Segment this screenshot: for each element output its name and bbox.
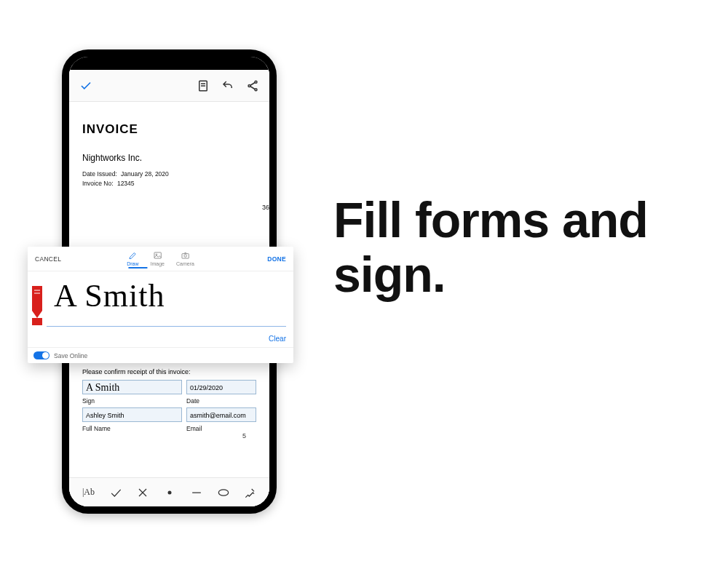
- signature-tabs: Draw Image Camera: [127, 250, 194, 268]
- dot-tool-icon[interactable]: [161, 484, 178, 501]
- email-label: Email: [186, 425, 202, 432]
- page-count-number: 5: [242, 432, 246, 439]
- invoice-no-label: Invoice No:: [82, 180, 114, 187]
- date-issued-line: Date Issued: January 28, 2020: [82, 170, 256, 178]
- svg-point-16: [184, 254, 187, 257]
- svg-line-7: [250, 86, 255, 89]
- save-online-toggle[interactable]: [33, 351, 50, 359]
- date-field[interactable]: 01/29/2020: [186, 380, 256, 394]
- company-name: Nightworks Inc.: [82, 153, 256, 163]
- x-tool-icon[interactable]: [134, 484, 151, 501]
- pencil-icon: [127, 250, 138, 260]
- circle-tool-icon[interactable]: [215, 484, 232, 501]
- bottom-toolbar: |Ab: [69, 477, 269, 506]
- share-icon[interactable]: [246, 79, 259, 92]
- svg-point-4: [248, 84, 250, 87]
- check-tool-icon[interactable]: [107, 484, 124, 501]
- tab-camera[interactable]: Camera: [176, 250, 194, 268]
- form-tool-icon[interactable]: [197, 79, 210, 92]
- save-online-label: Save Online: [54, 352, 87, 359]
- date-label: Date: [186, 397, 256, 405]
- sign-tool-icon[interactable]: [242, 484, 259, 501]
- invoice-no-value: 12345: [117, 180, 135, 187]
- camera-icon: [180, 250, 190, 260]
- pen-marker-icon: [31, 286, 44, 327]
- email-field[interactable]: asmith@email.com: [186, 407, 256, 422]
- app-toolbar: [69, 70, 269, 102]
- sign-field[interactable]: A Smith: [82, 380, 182, 394]
- date-issued-label: Date Issued:: [82, 170, 117, 178]
- stage: Fill forms and sign.: [0, 0, 728, 561]
- signature-panel-footer: Save Online: [28, 347, 293, 363]
- confirm-receipt-text: Please confirm receipt of this invoice:: [82, 368, 256, 375]
- sign-label: Sign: [82, 397, 182, 405]
- cancel-button[interactable]: CANCEL: [35, 255, 61, 263]
- svg-point-5: [255, 88, 257, 90]
- form-fields-grid: A Smith 01/29/2020 Sign Date Ashley Smit…: [82, 380, 256, 432]
- phone-statusbar: [69, 57, 269, 70]
- svg-point-10: [167, 490, 171, 494]
- image-icon: [152, 250, 162, 260]
- signature-text: A Smith: [54, 277, 165, 314]
- text-tool-icon[interactable]: |Ab: [80, 484, 98, 501]
- confirm-icon[interactable]: [79, 79, 92, 92]
- tab-image-label: Image: [150, 261, 164, 266]
- tab-draw-label: Draw: [127, 261, 138, 266]
- undo-icon[interactable]: [221, 79, 234, 92]
- svg-rect-13: [154, 252, 161, 258]
- date-issued-value: January 28, 2020: [121, 170, 169, 178]
- edge-number: 36: [262, 204, 269, 211]
- page-count-badge: 5: [242, 432, 246, 439]
- fullname-field[interactable]: Ashley Smith: [82, 407, 182, 422]
- clear-button[interactable]: Clear: [269, 335, 286, 343]
- tab-draw[interactable]: Draw: [127, 250, 138, 268]
- signature-baseline: [47, 326, 286, 327]
- active-tab-underline: [128, 267, 147, 268]
- text-tool-label: |Ab: [82, 487, 95, 498]
- tab-image[interactable]: Image: [150, 250, 164, 268]
- svg-line-6: [250, 82, 255, 85]
- invoice-no-line: Invoice No: 12345: [82, 180, 256, 187]
- tab-camera-label: Camera: [176, 261, 194, 266]
- line-tool-icon[interactable]: [188, 484, 205, 501]
- signature-panel: CANCEL Draw Image Camera DONE: [28, 247, 293, 363]
- signature-panel-header: CANCEL Draw Image Camera DONE: [28, 247, 293, 271]
- document-title: INVOICE: [82, 122, 256, 137]
- done-button[interactable]: DONE: [267, 255, 286, 263]
- fullname-label: Full Name: [82, 425, 182, 432]
- marketing-headline: Fill forms and sign.: [333, 193, 712, 302]
- signature-canvas[interactable]: A Smith Clear: [28, 271, 293, 347]
- svg-point-3: [255, 81, 257, 83]
- svg-point-12: [218, 489, 228, 495]
- svg-rect-17: [32, 318, 42, 325]
